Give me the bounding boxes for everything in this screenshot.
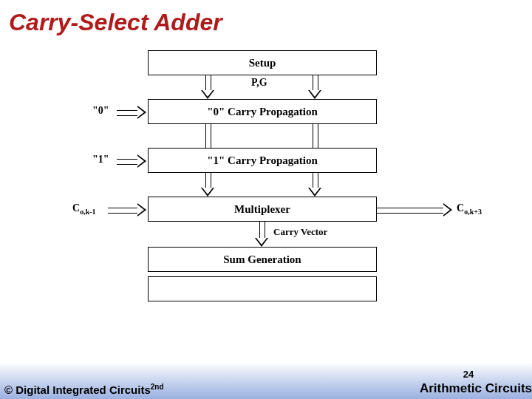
carry0-block: "0" Carry Propagation [148,99,377,124]
footer-copyright: © Digital Integrated Circuits2nd [4,383,164,396]
empty-block [148,276,377,301]
carry-vector-label: Carry Vector [273,226,327,238]
cout-label: Co,k+3 [457,202,482,216]
sumgen-block: Sum Generation [148,247,377,272]
slide-footer: © Digital Integrated Circuits2nd 24 Arit… [0,362,532,399]
carry1-block: "1" Carry Propagation [148,148,377,173]
setup-block: Setup [148,50,377,75]
footer-right: 24 Arithmetic Circuits [420,369,532,396]
page-number: 24 [420,369,532,380]
cin-label: Co,k-1 [72,202,96,216]
block-diagram: Setup P,G "0" Carry Propagation "0" "1" … [59,50,488,331]
slide-title: Carry-Select Adder [0,0,532,36]
one-input-label: "1" [92,154,109,166]
chapter-title: Arithmetic Circuits [420,381,532,396]
multiplexer-block: Multiplexer [148,197,377,222]
zero-input-label: "0" [92,105,109,117]
pg-label: P,G [251,77,267,89]
